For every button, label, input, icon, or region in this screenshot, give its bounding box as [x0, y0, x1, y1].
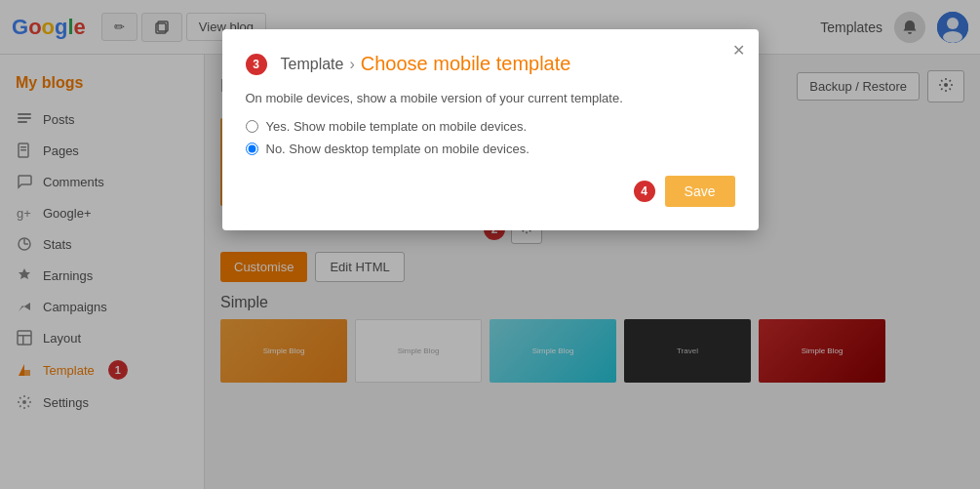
modal-radio-group: Yes. Show mobile template on mobile devi… [246, 119, 735, 156]
modal-description: On mobile devices, show a mobile version… [246, 91, 735, 105]
modal-breadcrumb: 3 Template › Choose mobile template [246, 53, 735, 75]
modal-close-button[interactable]: ✕ [732, 41, 745, 60]
step4-badge: 4 [634, 181, 655, 202]
modal-overlay: ✕ 3 Template › Choose mobile template On… [0, 0, 980, 489]
yes-radio[interactable] [246, 120, 258, 133]
modal-footer: 4 Save [246, 176, 735, 207]
no-option[interactable]: No. Show desktop template on mobile devi… [246, 142, 735, 156]
breadcrumb-template: Template [281, 56, 344, 73]
yes-option[interactable]: Yes. Show mobile template on mobile devi… [246, 119, 735, 134]
breadcrumb-arrow: › [349, 56, 354, 73]
modal-title: Choose mobile template [361, 53, 571, 75]
step3-badge: 3 [246, 54, 267, 75]
save-button[interactable]: Save [665, 176, 735, 207]
no-radio[interactable] [246, 143, 258, 155]
modal-dialog: ✕ 3 Template › Choose mobile template On… [222, 29, 759, 230]
